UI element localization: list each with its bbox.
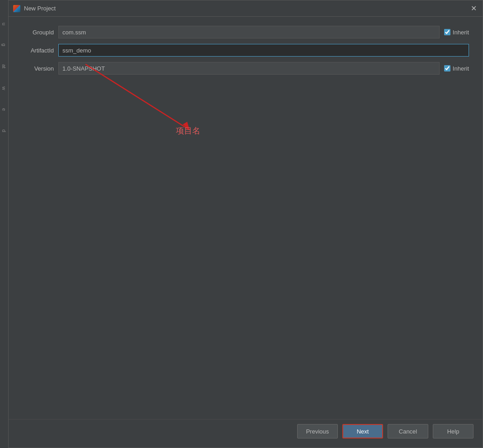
version-row: Version Inherit: [18, 62, 469, 75]
cancel-button[interactable]: Cancel: [388, 424, 428, 438]
artifact-id-input[interactable]: [58, 44, 469, 57]
group-id-input[interactable]: [58, 26, 440, 38]
dialog-content: GroupId Inherit ArtifactId Version Inher…: [9, 17, 483, 419]
sidebar-letter: e: [1, 108, 7, 111]
intellij-icon: [13, 5, 20, 12]
sidebar-letter: w: [1, 86, 7, 90]
artifact-id-label: ArtifactId: [18, 47, 54, 54]
sidebar-letter: g: [1, 43, 7, 46]
group-id-inherit-checkbox[interactable]: [444, 29, 450, 35]
annotation-area: 项目名: [49, 44, 239, 148]
version-input[interactable]: [58, 62, 440, 75]
sidebar-letter: at: [1, 64, 7, 68]
dialog-overlay: u g at w e d New Project ✕ GroupId Inher…: [0, 0, 483, 448]
group-id-inherit: Inherit: [444, 29, 469, 36]
next-button[interactable]: Next: [342, 424, 383, 438]
help-button[interactable]: Help: [433, 424, 474, 438]
group-id-label: GroupId: [18, 29, 54, 36]
group-id-inherit-label: Inherit: [453, 29, 469, 36]
version-inherit-checkbox[interactable]: [444, 65, 450, 71]
version-inherit: Inherit: [444, 65, 469, 72]
artifact-id-row: ArtifactId: [18, 44, 469, 57]
sidebar-letter: u: [1, 23, 7, 25]
annotation-text: 项目名: [176, 125, 200, 136]
annotation-arrow-svg: [49, 44, 239, 148]
dialog-footer: Previous Next Cancel Help: [9, 419, 483, 448]
left-sidebar: u g at w e d: [0, 0, 8, 448]
sidebar-letter: d: [1, 129, 7, 132]
title-bar-left: New Project: [13, 5, 56, 12]
version-label: Version: [18, 65, 54, 72]
close-button[interactable]: ✕: [469, 4, 478, 13]
title-bar: New Project ✕: [9, 0, 483, 17]
previous-button[interactable]: Previous: [297, 424, 338, 438]
svg-marker-1: [183, 122, 189, 130]
version-inherit-label: Inherit: [453, 65, 469, 72]
new-project-dialog: New Project ✕ GroupId Inherit ArtifactId: [8, 0, 483, 448]
dialog-title: New Project: [24, 5, 56, 12]
group-id-row: GroupId Inherit: [18, 26, 469, 38]
